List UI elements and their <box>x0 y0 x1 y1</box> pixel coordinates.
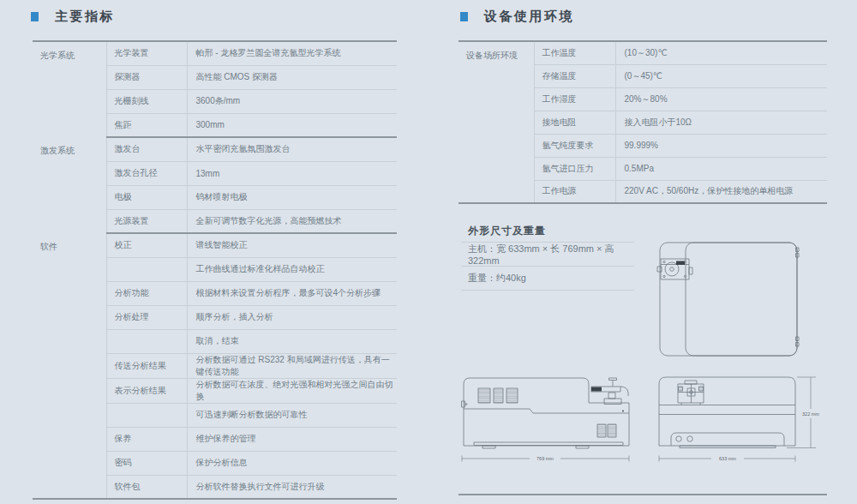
param-value: 13mm <box>187 161 397 185</box>
param-name: 工作湿度 <box>534 87 615 111</box>
length-dimension-label: 769 mm <box>536 456 554 461</box>
param-name: 工作温度 <box>534 41 615 64</box>
param-value: 分析数据可在浓度、绝对光强和相对光强之间自由切换 <box>187 378 397 403</box>
group-label: 激发系统 <box>33 137 106 233</box>
dimensions-section-title: 外形尺寸及重量 <box>461 221 634 243</box>
param-name: 校正 <box>106 233 187 257</box>
param-value: 全新可调节数字化光源，高能预燃技术 <box>187 209 397 233</box>
param-name: 探测器 <box>106 65 187 89</box>
width-dimension-label: 633 mm <box>719 456 736 461</box>
param-name <box>106 403 187 427</box>
param-name: 接地电阻 <box>534 111 615 134</box>
param-name: 分析功能 <box>106 281 187 305</box>
table-row: 激发系统激发台水平密闭充氩氛围激发台 <box>33 137 397 161</box>
section-header-environment: 设备使用环境 <box>460 9 574 25</box>
param-name: 激发台 <box>106 137 187 161</box>
param-name: 分析处理 <box>106 305 187 329</box>
section-bullet-icon <box>31 12 39 21</box>
param-name: 光栅刻线 <box>106 89 187 113</box>
host-dimensions-text: 主机：宽 633mm × 长 769mm × 高 322mm <box>461 243 634 267</box>
page: 主要指标 光学系统光学装置帕邢 - 龙格罗兰圆全谱充氩型光学系统探测器高性能 C… <box>0 0 857 504</box>
param-value: (0～45)℃ <box>615 64 827 87</box>
front-view-drawing: 633 mm 322 mm <box>658 375 821 464</box>
section-header-main-specs: 主要指标 <box>31 9 115 25</box>
group-label: 光学系统 <box>33 41 106 137</box>
param-value: 根据材料来设置分析程序，最多可设4个分析步骤 <box>187 281 397 305</box>
param-value: 工作曲线通过标准化样品自动校正 <box>187 257 397 281</box>
main-specs-table: 光学系统光学装置帕邢 - 龙格罗兰圆全谱充氩型光学系统探测器高性能 CMOS 探… <box>33 40 397 500</box>
param-value: (10～30)℃ <box>615 41 827 64</box>
param-value: 接入电阻小于10Ω <box>615 111 827 134</box>
param-name: 光源装置 <box>106 209 187 233</box>
param-name <box>106 257 187 281</box>
param-value: 维护保养的管理 <box>187 427 397 451</box>
table-row: 软件校正谱线智能校正 <box>33 233 397 257</box>
param-value: 顺序分析，插入分析 <box>187 305 397 329</box>
environment-title: 设备使用环境 <box>484 9 574 25</box>
param-value: 0.5MPa <box>615 157 827 180</box>
param-value: 保护分析信息 <box>187 451 397 475</box>
height-dimension-label: 322 mm <box>802 411 819 417</box>
param-value: 钨材喷射电极 <box>187 185 397 209</box>
param-name: 电极 <box>106 185 187 209</box>
param-name: 保养 <box>106 427 187 451</box>
param-value: 300mm <box>187 113 397 137</box>
table-row: 设备场所环境工作温度(10～30)℃ <box>458 41 827 64</box>
right-column-bottom-rule <box>458 494 827 495</box>
weight-text: 重量：约40kg <box>461 267 634 291</box>
param-value: 高性能 CMOS 探测器 <box>187 65 397 89</box>
param-value: 谱线智能校正 <box>187 233 397 257</box>
param-name: 光学装置 <box>106 41 187 65</box>
main-specs-title: 主要指标 <box>55 9 115 25</box>
param-name: 存储温度 <box>534 64 615 87</box>
group-label: 设备场所环境 <box>458 41 534 203</box>
param-name: 传送分析结果 <box>106 353 187 378</box>
section-bullet-icon <box>460 12 468 21</box>
param-value: 3600条/mm <box>187 89 397 113</box>
param-name: 密码 <box>106 451 187 475</box>
param-name: 工作电源 <box>534 180 615 203</box>
param-name <box>106 329 187 353</box>
dimensions-weight-section: 外形尺寸及重量 主机：宽 633mm × 长 769mm × 高 322mm 重… <box>461 221 634 291</box>
param-name: 软件包 <box>106 475 187 499</box>
param-name: 表示分析结果 <box>106 378 187 403</box>
param-value: 可迅速判断分析数据的可靠性 <box>187 403 397 427</box>
param-name: 氩气进口压力 <box>534 157 615 180</box>
group-label: 软件 <box>33 233 106 499</box>
param-value: 水平密闭充氩氛围激发台 <box>187 137 397 161</box>
top-view-drawing <box>658 241 800 357</box>
param-name: 焦距 <box>106 113 187 137</box>
param-name: 氩气纯度要求 <box>534 134 615 157</box>
param-value: 220V AC，50/60Hz，保护性接地的单相电源 <box>615 180 827 203</box>
param-value: 取消，结束 <box>187 329 397 353</box>
param-value: 帕邢 - 龙格罗兰圆全谱充氩型光学系统 <box>187 41 397 65</box>
param-name: 激发台孔径 <box>106 161 187 185</box>
param-value: 99.999% <box>615 134 827 157</box>
param-value: 分析数据可通过 RS232 和局域网进行传送，具有一键传送功能 <box>187 353 397 378</box>
param-value: 分析软件替换执行文件可进行升级 <box>187 475 397 499</box>
side-view-drawing: 769 mm <box>461 375 632 464</box>
param-value: 20%～80% <box>615 87 827 111</box>
table-row: 光学系统光学装置帕邢 - 龙格罗兰圆全谱充氩型光学系统 <box>33 41 397 65</box>
environment-table: 设备场所环境工作温度(10～30)℃存储温度(0～45)℃工作湿度20%～80%… <box>458 40 827 204</box>
